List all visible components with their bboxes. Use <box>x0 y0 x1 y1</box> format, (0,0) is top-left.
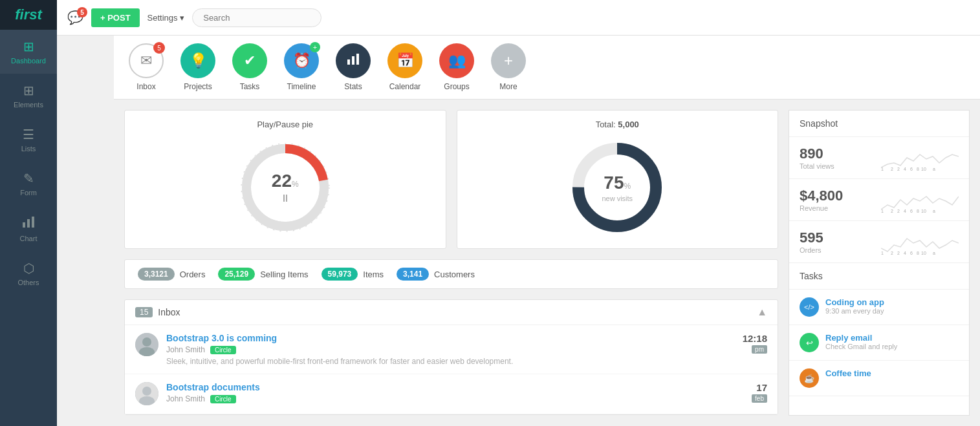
svg-text:4: 4 <box>904 167 906 171</box>
orders-mini-chart: 1 2 2 4 6 8 10 a <box>881 229 959 255</box>
avatar-1 <box>135 333 158 356</box>
coding-icon: </> <box>800 297 819 317</box>
orders-label: Orders <box>180 270 206 279</box>
message-1-sender: John Smith <box>166 345 205 354</box>
task-reply: ↩ Reply email Check Gmail and reply <box>789 325 969 361</box>
topnav: 💬 5 + POST Settings ▾ <box>57 0 980 36</box>
sidebar-item-chart[interactable]: Chart <box>0 206 57 251</box>
task-coding-title: Coding on app <box>825 297 959 307</box>
tasks-circle: ✔ <box>232 43 267 78</box>
svg-text:2: 2 <box>891 209 893 213</box>
nav-item-projects[interactable]: 💡 Projects <box>179 43 217 91</box>
items-label: Items <box>363 270 384 279</box>
message-2-sender: John Smith <box>166 394 205 403</box>
calendar-icon: 📅 <box>397 52 414 69</box>
calendar-circle: 📅 <box>387 43 422 78</box>
nav-item-stats[interactable]: Stats <box>334 43 373 91</box>
sidebar-item-dashboard[interactable]: ⊞ Dashboard <box>0 30 57 74</box>
nav-item-calendar[interactable]: 📅 Calendar <box>386 43 424 91</box>
stat-selling: 25,129 Selling Items <box>218 268 308 281</box>
inbox-toggle-button[interactable]: ▲ <box>757 306 767 318</box>
svg-text:4: 4 <box>904 209 906 213</box>
sidebar-item-label: Form <box>20 189 37 197</box>
svg-text:2: 2 <box>897 209 900 213</box>
message-1-tag: Circle <box>210 346 236 354</box>
elements-icon: ⊞ <box>23 83 34 98</box>
sidebar-item-label: Dashboard <box>11 57 46 65</box>
inbox-message-1: Bootstrap 3.0 is comming John Smith Circ… <box>125 325 778 374</box>
task-coding: </> Coding on app 9:30 am every day <box>789 290 969 325</box>
sidebar-item-others[interactable]: ⬡ Others <box>0 251 57 295</box>
message-2-time: 17 feb <box>752 382 767 403</box>
timeline-plus-badge: + <box>310 42 320 52</box>
notification-button[interactable]: 💬 5 <box>67 10 83 25</box>
donut-chart-title: Total: 5,000 <box>466 120 769 129</box>
inbox-title-text: Inbox <box>158 307 180 317</box>
svg-text:1: 1 <box>881 167 884 171</box>
more-circle: + <box>491 43 526 78</box>
snapshot-header: Snapshot <box>789 111 969 137</box>
nav-item-inbox[interactable]: ✉ 5 Inbox <box>127 43 166 91</box>
svg-text:8: 8 <box>917 167 919 171</box>
selling-label: Selling Items <box>260 270 308 279</box>
inbox-label: Inbox <box>136 82 155 91</box>
svg-text:2: 2 <box>897 167 900 171</box>
snapshot-revenue-value: $4,800 <box>800 187 875 204</box>
views-mini-chart: 1 2 2 4 6 8 10 a <box>881 145 959 171</box>
post-button[interactable]: + POST <box>91 8 140 27</box>
nav-item-more[interactable]: + More <box>489 43 528 91</box>
donut-percent: 75 <box>604 173 624 193</box>
donut-chart-container: 75% new visits <box>565 136 669 239</box>
pie-chart-center: 22% ⏸ <box>272 171 299 204</box>
snapshot-views-info: 890 Total views <box>800 145 875 170</box>
groups-icon: 👥 <box>448 52 466 69</box>
donut-chart-card: Total: 5,000 75% new visits <box>457 110 779 249</box>
tasks-label: Tasks <box>240 82 260 91</box>
sidebar-item-elements[interactable]: ⊞ Elements <box>0 74 57 118</box>
sidebar-item-lists[interactable]: ☰ Lists <box>0 118 57 162</box>
stats-bar: 3,3121 Orders 25,129 Selling Items 59,97… <box>124 259 778 289</box>
task-reply-info: Reply email Check Gmail and reply <box>825 333 959 350</box>
svg-text:2: 2 <box>897 251 900 255</box>
nav-item-timeline[interactable]: ⏰ + Timeline <box>282 43 321 91</box>
dashboard-icon: ⊞ <box>23 39 34 54</box>
snapshot-views-value: 890 <box>800 145 875 162</box>
timeline-circle: ⏰ + <box>284 43 319 78</box>
task-coffee-title: Coffee time <box>825 368 959 378</box>
inbox-message-2: Bootstrap documents John Smith Circle 17… <box>125 374 778 414</box>
more-icon: + <box>504 52 513 70</box>
tasks-icon: ✔ <box>244 52 256 69</box>
message-1-subject[interactable]: Bootstrap 3.0 is comming <box>166 333 735 343</box>
svg-rect-5 <box>356 54 359 65</box>
sidebar-item-label: Others <box>17 279 39 286</box>
icon-nav: ✉ 5 Inbox 💡 Projects ✔ Tasks ⏰ + Timelin… <box>114 36 980 100</box>
left-column: Play/Pause pie <box>124 110 778 416</box>
svg-text:2: 2 <box>891 251 893 255</box>
svg-text:a: a <box>933 209 935 213</box>
stats-circle <box>336 43 371 78</box>
inbox-badge: 5 <box>153 42 165 54</box>
pie-chart-container: 22% ⏸ <box>234 136 337 239</box>
pie-chart-card: Play/Pause pie <box>124 110 446 249</box>
timeline-icon: ⏰ <box>293 52 310 69</box>
message-2-subject[interactable]: Bootstrap documents <box>166 382 744 392</box>
task-coffee: ☕ Coffee time <box>789 361 969 396</box>
notification-badge: 5 <box>77 7 87 17</box>
avatar-2 <box>135 382 158 405</box>
nav-item-tasks[interactable]: ✔ Tasks <box>230 43 269 91</box>
search-input[interactable] <box>192 8 321 27</box>
projects-label: Projects <box>184 82 212 91</box>
timeline-label: Timeline <box>287 82 316 91</box>
svg-text:10: 10 <box>921 167 926 171</box>
nav-item-groups[interactable]: 👥 Groups <box>437 43 476 91</box>
message-1-time: 12:18 pm <box>743 333 767 354</box>
message-2-ampm: feb <box>752 394 767 403</box>
groups-circle: 👥 <box>439 43 474 78</box>
svg-text:2: 2 <box>891 167 893 171</box>
calendar-label: Calendar <box>389 82 421 91</box>
sidebar-item-form[interactable]: ✎ Form <box>0 162 57 206</box>
snapshot-revenue-info: $4,800 Revenue <box>800 187 875 212</box>
lists-icon: ☰ <box>23 127 34 142</box>
settings-button[interactable]: Settings ▾ <box>147 13 185 23</box>
form-icon: ✎ <box>23 171 34 186</box>
